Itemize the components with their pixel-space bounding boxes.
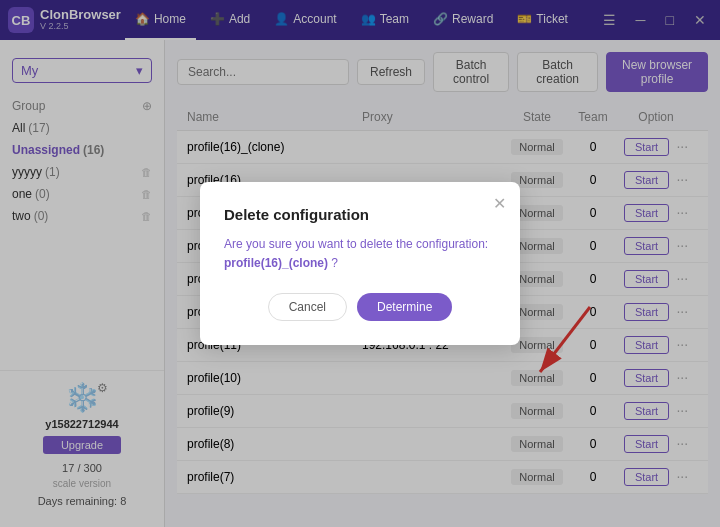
- modal-footer: Cancel Determine: [224, 293, 496, 321]
- determine-button[interactable]: Determine: [357, 293, 452, 321]
- modal-title: Delete configuration: [224, 206, 496, 223]
- modal-close-button[interactable]: ✕: [493, 194, 506, 213]
- modal-overlay[interactable]: Delete configuration ✕ Are you sure you …: [0, 0, 720, 527]
- modal-target-name: profile(16)_(clone): [224, 256, 328, 270]
- modal-body: Are you sure you want to delete the conf…: [224, 235, 496, 273]
- delete-modal: Delete configuration ✕ Are you sure you …: [200, 182, 520, 345]
- cancel-button[interactable]: Cancel: [268, 293, 347, 321]
